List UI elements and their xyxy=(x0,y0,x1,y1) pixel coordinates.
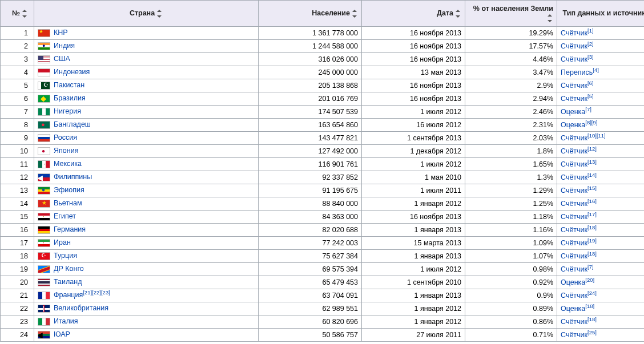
country-link[interactable]: Индонезия xyxy=(54,68,90,76)
cell-population: 77 242 003 xyxy=(259,236,362,249)
source-link[interactable]: Счётчик xyxy=(561,331,587,339)
source-link[interactable]: Счётчик xyxy=(561,187,587,195)
reference-link[interactable]: [25] xyxy=(587,329,597,335)
reference-link[interactable]: [23] xyxy=(101,289,110,296)
source-link[interactable]: Счётчик xyxy=(561,213,587,221)
country-link[interactable]: Вьетнам xyxy=(54,199,82,207)
country-link[interactable]: Бразилия xyxy=(54,94,86,102)
reference-link[interactable]: [2] xyxy=(587,40,594,46)
flag-icon xyxy=(38,121,50,129)
source-link[interactable]: Счётчик xyxy=(561,29,587,37)
cell-date: 1 января 2013 xyxy=(362,289,465,302)
reference-link[interactable]: [10] xyxy=(587,132,597,138)
col-header-country[interactable]: Страна xyxy=(34,1,259,27)
reference-link[interactable]: [5] xyxy=(587,92,594,99)
cell-date: 1 июля 2011 xyxy=(362,184,465,197)
reference-link[interactable]: [7] xyxy=(585,106,591,112)
country-link[interactable]: Великобритания xyxy=(54,304,108,312)
reference-link[interactable]: [19] xyxy=(587,237,597,243)
reference-link[interactable]: [1] xyxy=(587,27,594,33)
country-link[interactable]: Япония xyxy=(54,147,78,155)
country-link[interactable]: Таиланд xyxy=(54,278,82,286)
source-link[interactable]: Счётчик xyxy=(561,42,587,50)
header-country-label: Страна xyxy=(130,9,155,17)
reference-link[interactable]: [13] xyxy=(587,158,597,164)
country-link[interactable]: Италия xyxy=(54,317,78,325)
source-link[interactable]: Оценка xyxy=(561,108,585,116)
col-header-population[interactable]: Население xyxy=(259,1,362,27)
col-header-percent[interactable]: % от населения Земли xyxy=(465,1,557,27)
sort-icon[interactable] xyxy=(157,10,163,18)
sort-icon[interactable] xyxy=(456,10,461,18)
country-link[interactable]: Франция xyxy=(54,291,83,299)
country-link[interactable]: Эфиопия xyxy=(54,186,84,194)
country-link[interactable]: ЮАР xyxy=(54,330,70,338)
reference-link[interactable]: [11] xyxy=(597,132,606,138)
col-header-source[interactable]: Тип данных и источник xyxy=(557,1,645,27)
source-link[interactable]: Счётчик xyxy=(561,226,587,234)
source-link[interactable]: Счётчик xyxy=(561,252,587,260)
sort-icon[interactable] xyxy=(22,10,28,18)
cell-source: Счётчик[1] xyxy=(557,26,645,39)
reference-link[interactable]: [17] xyxy=(587,211,597,217)
reference-link[interactable]: [6] xyxy=(587,79,594,86)
source-link[interactable]: Счётчик xyxy=(561,160,587,168)
reference-link[interactable]: [22] xyxy=(92,289,101,296)
cell-population: 75 627 384 xyxy=(259,249,362,262)
country-link[interactable]: Пакистан xyxy=(54,81,84,89)
sort-icon[interactable] xyxy=(352,10,358,18)
reference-link[interactable]: [16] xyxy=(587,197,597,204)
cell-country: Филиппины xyxy=(34,171,259,184)
country-link[interactable]: Индия xyxy=(54,42,75,50)
source-link[interactable]: Счётчик xyxy=(561,134,587,142)
country-link[interactable]: Россия xyxy=(54,133,77,141)
header-rank-label: № xyxy=(12,9,20,17)
reference-link[interactable]: [15] xyxy=(587,184,597,191)
reference-link[interactable]: [8] xyxy=(585,119,591,125)
country-link[interactable]: КНР xyxy=(54,29,68,37)
country-link[interactable]: Египет xyxy=(54,212,76,220)
reference-link[interactable]: [18] xyxy=(585,302,594,309)
source-link[interactable]: Счётчик xyxy=(561,200,587,208)
country-link[interactable]: Филиппины xyxy=(54,173,92,181)
cell-country: Таиланд xyxy=(34,276,259,289)
reference-link[interactable]: [24] xyxy=(587,289,597,296)
reference-link[interactable]: [18] xyxy=(587,315,597,322)
source-link[interactable]: Оценка xyxy=(561,305,585,313)
cell-source: Счётчик[10][11] xyxy=(557,131,645,144)
source-link[interactable]: Счётчик xyxy=(561,265,587,273)
country-link[interactable]: Германия xyxy=(54,225,86,233)
source-link[interactable]: Счётчик xyxy=(561,55,587,63)
reference-link[interactable]: [20] xyxy=(585,276,594,282)
source-link[interactable]: Счётчик xyxy=(561,239,587,247)
col-header-date[interactable]: Дата xyxy=(362,1,465,27)
country-link[interactable]: США xyxy=(54,55,70,63)
reference-link[interactable]: [14] xyxy=(587,171,597,177)
reference-link[interactable]: [4] xyxy=(593,66,599,72)
reference-link[interactable]: [18] xyxy=(587,250,597,256)
source-link[interactable]: Счётчик xyxy=(561,292,587,300)
sort-icon[interactable] xyxy=(548,14,553,22)
country-link[interactable]: Турция xyxy=(54,252,77,260)
source-link[interactable]: Счётчик xyxy=(561,82,587,90)
source-link[interactable]: Оценка xyxy=(561,121,585,129)
source-link[interactable]: Счётчик xyxy=(561,147,587,155)
country-link[interactable]: ДР Конго xyxy=(54,265,84,273)
reference-link[interactable]: [7] xyxy=(587,263,594,269)
reference-link[interactable]: [3] xyxy=(587,53,594,59)
source-link[interactable]: Оценка xyxy=(561,278,585,286)
source-link[interactable]: Счётчик xyxy=(561,318,587,326)
country-link[interactable]: Иран xyxy=(54,238,71,246)
col-header-rank[interactable]: № xyxy=(1,1,34,27)
country-link[interactable]: Бангладеш xyxy=(54,120,91,128)
reference-link[interactable]: [12] xyxy=(587,145,597,151)
cell-date: 1 января 2013 xyxy=(362,249,465,262)
source-link[interactable]: Перепись xyxy=(561,68,593,76)
reference-link[interactable]: [18] xyxy=(587,224,597,230)
source-link[interactable]: Счётчик xyxy=(561,95,587,103)
country-link[interactable]: Мексика xyxy=(54,160,82,168)
country-link[interactable]: Нигерия xyxy=(54,107,81,115)
reference-link[interactable]: [21] xyxy=(83,289,92,296)
source-link[interactable]: Счётчик xyxy=(561,173,587,181)
reference-link[interactable]: [9] xyxy=(591,119,598,125)
